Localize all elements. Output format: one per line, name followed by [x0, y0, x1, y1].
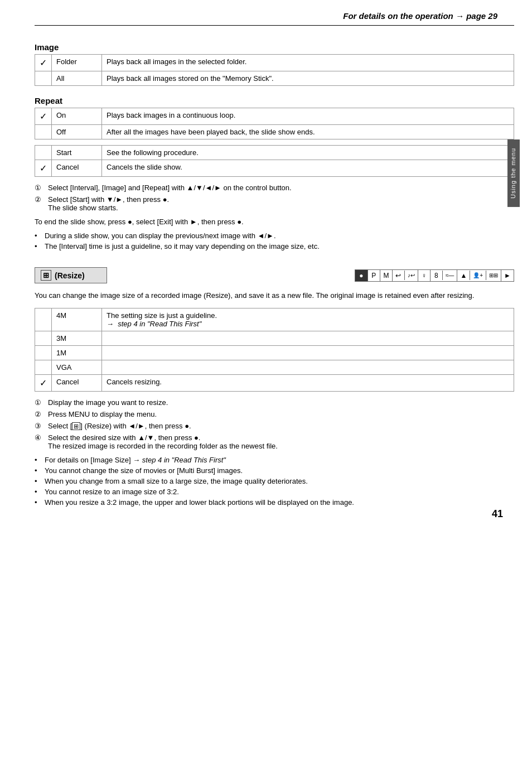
start-cancel-table: Start See the following procedure. ✓ Can… [35, 145, 514, 177]
row-icon [35, 360, 52, 374]
row-icon [35, 71, 52, 86]
row-label: VGA [52, 360, 102, 374]
mode-icon-grid: ⊞⊞ [486, 271, 501, 280]
row-desc: Plays back all images in the selected fo… [102, 55, 514, 71]
row-icon [35, 125, 52, 139]
table-row: 1M [35, 345, 514, 360]
resize-bullet-2: • You cannot change the size of movies o… [35, 466, 514, 475]
mode-icon-camera: ● [355, 270, 367, 281]
table-row: ✓ Cancel Cancels resizing. [35, 374, 514, 391]
table-row: ✓ Cancel Cancels the slide show. [35, 160, 514, 177]
image-table: ✓ Folder Plays back all images in the se… [35, 54, 514, 86]
row-icon [35, 146, 52, 160]
mode-icon-person: ♀ [418, 270, 430, 281]
page-header: For details on the operation → page 29 [35, 11, 514, 26]
row-desc [102, 360, 514, 374]
row-icon: ✓ [35, 160, 52, 177]
mode-icon-eight: 8 [430, 270, 442, 281]
table-row: Start See the following procedure. [35, 146, 514, 160]
mode-icon-clip: ♪↩ [404, 271, 418, 280]
resize-description: You can change the image size of a recor… [35, 290, 514, 301]
repeat-section-heading: Repeat [35, 96, 514, 105]
resize-title-box: ⊞ (Resize) [35, 267, 107, 283]
row-label: 3M [52, 331, 102, 345]
resize-icon: ⊞ [41, 270, 51, 281]
bullet-2: • The [Interval] time is just a guidelin… [35, 242, 514, 250]
row-label: Folder [52, 55, 102, 71]
resize-step-3: ③ Select [⊞] (Resize) with ◄/►, then pre… [35, 422, 514, 430]
resize-bullets: • For details on [Image Size] → step 4 i… [35, 456, 514, 507]
row-desc: Plays back images in a continuous loop. [102, 108, 514, 125]
row-label: 4M [52, 308, 102, 331]
row-label: Off [52, 125, 102, 139]
slideshow-steps: ① Select [Interval], [Image] and [Repeat… [35, 184, 514, 212]
step-1: ① Select [Interval], [Image] and [Repeat… [35, 184, 514, 192]
row-desc: See the following procedure. [102, 146, 514, 160]
image-section-heading: Image [35, 42, 514, 52]
resize-table: 4M The setting size is just a guideline.… [35, 308, 514, 392]
row-icon: ✓ [35, 374, 52, 391]
table-row: Off After all the images have been playe… [35, 125, 514, 139]
resize-title: (Resize) [55, 271, 85, 280]
table-row: All Plays back all images stored on the … [35, 71, 514, 86]
row-desc: The setting size is just a guideline.→ s… [102, 308, 514, 331]
row-label: All [52, 71, 102, 86]
table-row: 3M [35, 331, 514, 345]
row-desc [102, 331, 514, 345]
row-icon [35, 331, 52, 345]
resize-bullet-3: • When you change from a small size to a… [35, 477, 514, 485]
resize-step-1: ① Display the image you want to resize. [35, 398, 514, 407]
resize-bullet-5: • When you resize a 3:2 image, the upper… [35, 498, 514, 507]
step-2: ② Select [Start] with ▼/►, then press ●.… [35, 195, 514, 212]
mode-icon-play: ► [501, 270, 514, 281]
mode-icons-bar: ● P M ↩ ♪↩ ♀ 8 ≈— ▲ 👤+ ⊞⊞ ► [355, 269, 514, 282]
mode-icon-p: P [367, 270, 380, 281]
table-row: 4M The setting size is just a guideline.… [35, 308, 514, 331]
end-note: To end the slide show, press ●, select [… [35, 218, 514, 226]
row-desc [102, 345, 514, 360]
resize-steps: ① Display the image you want to resize. … [35, 398, 514, 450]
page-number: 41 [492, 508, 503, 520]
side-tab-label: Using the menu [507, 139, 520, 207]
resize-bullet-4: • You cannot resize to an image size of … [35, 488, 514, 496]
mode-icon-triangle: ▲ [457, 270, 470, 281]
row-label: 1M [52, 345, 102, 360]
row-label: Cancel [52, 160, 102, 177]
row-desc: Cancels the slide show. [102, 160, 514, 177]
row-desc: Cancels resizing. [102, 374, 514, 391]
mode-icon-meter: ≈— [442, 271, 457, 280]
slideshow-bullets: • During a slide show, you can display t… [35, 232, 514, 250]
mode-icon-scene: ↩ [392, 270, 404, 281]
bullet-1: • During a slide show, you can display t… [35, 232, 514, 240]
resize-step-2: ② Press MENU to display the menu. [35, 410, 514, 418]
resize-bullet-1: • For details on [Image Size] → step 4 i… [35, 456, 514, 464]
mode-icon-person2: 👤+ [470, 271, 486, 280]
header-text: For details on the operation [343, 11, 453, 21]
row-label: On [52, 108, 102, 125]
row-label: Start [52, 146, 102, 160]
row-icon: ✓ [35, 55, 52, 71]
resize-step-4: ④ Select the desired size with ▲/▼, then… [35, 433, 514, 450]
header-arrow: → [456, 11, 466, 21]
table-row: VGA [35, 360, 514, 374]
resize-header-bar: ⊞ (Resize) ● P M ↩ ♪↩ ♀ 8 ≈— ▲ 👤+ ⊞⊞ ► [35, 267, 514, 283]
row-label: Cancel [52, 374, 102, 391]
row-icon [35, 308, 52, 331]
row-desc: Plays back all images stored on the "Mem… [102, 71, 514, 86]
table-row: ✓ Folder Plays back all images in the se… [35, 55, 514, 71]
row-icon: ✓ [35, 108, 52, 125]
mode-icon-m: M [380, 270, 392, 281]
header-page-ref: page 29 [466, 11, 497, 21]
row-desc: After all the images have been played ba… [102, 125, 514, 139]
table-row: ✓ On Plays back images in a continuous l… [35, 108, 514, 125]
row-icon [35, 345, 52, 360]
repeat-table: ✓ On Plays back images in a continuous l… [35, 108, 514, 139]
